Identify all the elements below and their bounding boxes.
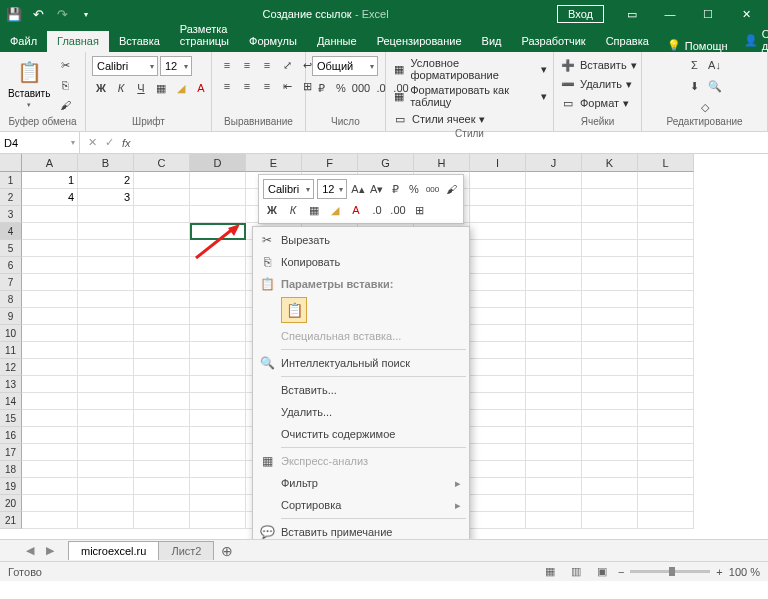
cell-I19[interactable] [470,478,526,495]
cell-I2[interactable] [470,189,526,206]
align-bottom-icon[interactable]: ≡ [258,56,276,74]
format-painter-icon[interactable]: 🖌 [56,96,74,114]
name-box[interactable]: D4 [0,132,80,153]
cell-K9[interactable] [582,308,638,325]
cell-D3[interactable] [190,206,246,223]
tab-developer[interactable]: Разработчик [512,31,596,52]
fill-color-icon[interactable]: ◢ [172,79,190,97]
cell-D14[interactable] [190,393,246,410]
cell-J11[interactable] [526,342,582,359]
cell-K18[interactable] [582,461,638,478]
indent-dec-icon[interactable]: ⇤ [278,77,296,95]
qat-more-icon[interactable]: ▾ [78,6,94,22]
cell-D17[interactable] [190,444,246,461]
cell-B5[interactable] [78,240,134,257]
cell-C2[interactable] [134,189,190,206]
close-icon[interactable]: ✕ [728,0,764,28]
cell-L21[interactable] [638,512,694,529]
cell-A3[interactable] [22,206,78,223]
cell-K11[interactable] [582,342,638,359]
cell-K14[interactable] [582,393,638,410]
ctx-copy[interactable]: ⎘Копировать [255,251,467,273]
cell-L20[interactable] [638,495,694,512]
row-header-13[interactable]: 13 [0,376,22,393]
maximize-icon[interactable]: ☐ [690,0,726,28]
tab-data[interactable]: Данные [307,31,367,52]
cell-B1[interactable]: 2 [78,172,134,189]
cell-B6[interactable] [78,257,134,274]
cell-A17[interactable] [22,444,78,461]
cell-L6[interactable] [638,257,694,274]
bold-button[interactable]: Ж [92,79,110,97]
row-header-10[interactable]: 10 [0,325,22,342]
cell-J15[interactable] [526,410,582,427]
cell-D11[interactable] [190,342,246,359]
col-header-I[interactable]: I [470,154,526,172]
cell-J2[interactable] [526,189,582,206]
cell-L5[interactable] [638,240,694,257]
cell-B3[interactable] [78,206,134,223]
ctx-delete[interactable]: Удалить... [255,401,467,423]
cell-D16[interactable] [190,427,246,444]
cell-A16[interactable] [22,427,78,444]
cell-A6[interactable] [22,257,78,274]
cut-icon[interactable]: ✂ [56,56,74,74]
ctx-insert-comment[interactable]: 💬Вставить примечание [255,521,467,539]
mini-format-painter-icon[interactable]: 🖌 [443,180,459,198]
cell-D4[interactable] [190,223,246,240]
undo-icon[interactable]: ↶ [30,6,46,22]
cell-B14[interactable] [78,393,134,410]
cell-K16[interactable] [582,427,638,444]
cell-I4[interactable] [470,223,526,240]
cell-J5[interactable] [526,240,582,257]
cell-L11[interactable] [638,342,694,359]
col-header-H[interactable]: H [414,154,470,172]
cell-styles-button[interactable]: ▭Стили ячеек ▾ [392,110,485,128]
fx-icon[interactable]: fx [122,137,131,149]
row-header-11[interactable]: 11 [0,342,22,359]
font-size-combo[interactable]: 12 [160,56,192,76]
cell-C19[interactable] [134,478,190,495]
cell-D8[interactable] [190,291,246,308]
login-button[interactable]: Вход [557,5,604,23]
mini-shrink-font-icon[interactable]: A▾ [369,180,385,198]
cell-K2[interactable] [582,189,638,206]
mini-grow-font-icon[interactable]: A▴ [350,180,366,198]
mini-border-icon[interactable]: ▦ [305,201,323,219]
cell-K20[interactable] [582,495,638,512]
cell-L8[interactable] [638,291,694,308]
cell-D20[interactable] [190,495,246,512]
cell-B10[interactable] [78,325,134,342]
font-name-combo[interactable]: Calibri [92,56,158,76]
ctx-sort[interactable]: Сортировка [255,494,467,516]
mini-merge-icon[interactable]: ⊞ [410,201,428,219]
cell-A8[interactable] [22,291,78,308]
cell-B4[interactable] [78,223,134,240]
cell-C8[interactable] [134,291,190,308]
cell-D1[interactable] [190,172,246,189]
cell-A13[interactable] [22,376,78,393]
cell-D12[interactable] [190,359,246,376]
find-icon[interactable]: 🔍 [706,77,724,95]
cell-D21[interactable] [190,512,246,529]
cell-K19[interactable] [582,478,638,495]
cell-D5[interactable] [190,240,246,257]
cell-D7[interactable] [190,274,246,291]
sort-filter-icon[interactable]: A↓ [706,56,724,74]
mini-italic-button[interactable]: К [284,201,302,219]
conditional-formatting-button[interactable]: ▦Условное форматирование ▾ [392,56,547,82]
cell-C15[interactable] [134,410,190,427]
cell-L14[interactable] [638,393,694,410]
zoom-slider[interactable] [630,570,710,573]
paste-button[interactable]: 📋 Вставить ▾ [6,56,52,111]
zoom-in-button[interactable]: + [716,566,722,578]
cell-K10[interactable] [582,325,638,342]
col-header-F[interactable]: F [302,154,358,172]
cell-A14[interactable] [22,393,78,410]
cell-A4[interactable] [22,223,78,240]
ctx-smart-lookup[interactable]: 🔍Интеллектуальный поиск [255,352,467,374]
cell-L19[interactable] [638,478,694,495]
cell-K7[interactable] [582,274,638,291]
cell-C17[interactable] [134,444,190,461]
cell-J14[interactable] [526,393,582,410]
